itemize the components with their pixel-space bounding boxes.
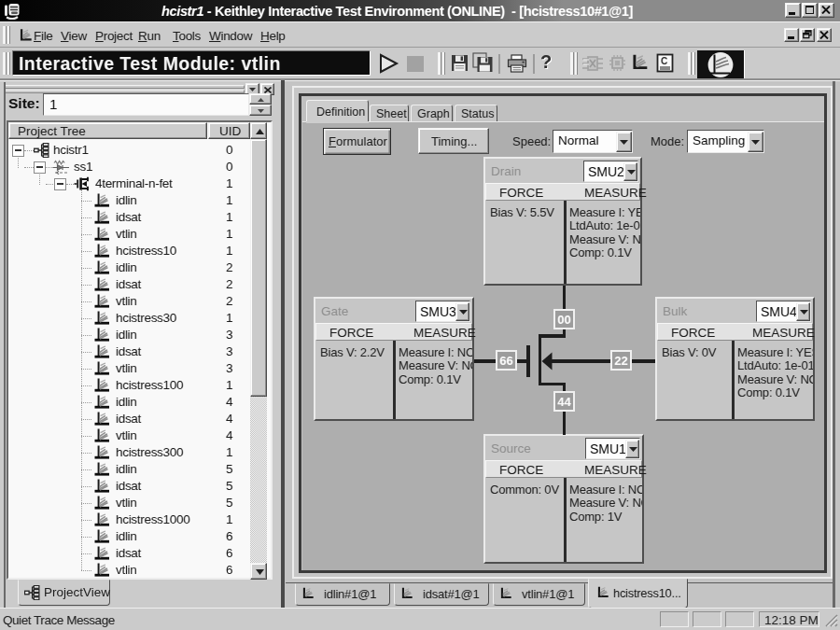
svg-text:C: C [661,56,667,66]
